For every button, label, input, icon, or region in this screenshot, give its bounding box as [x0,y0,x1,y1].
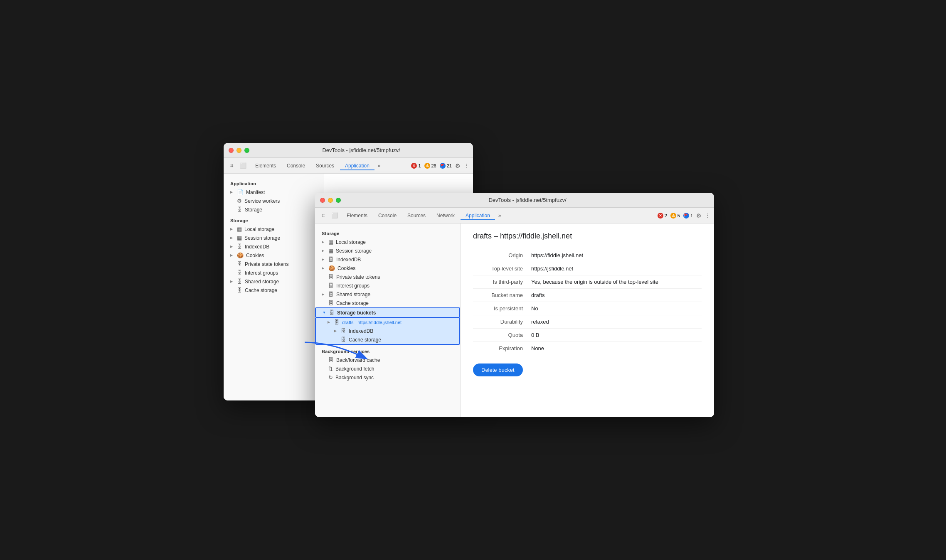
sidebar-cookies-front[interactable]: ▶ 🍪 Cookies [315,264,460,273]
tab-right-back: ✕ 1 ⚠ 26 🚩 21 ⚙ ⋮ [411,162,470,169]
close-button-front[interactable] [320,198,325,203]
chevron-cookies-front: ▶ [322,266,326,270]
section-header-bg-services: Background services [315,345,460,356]
bgf-label: Background fetch [335,366,374,372]
settings-icon-front[interactable]: ⚙ [696,212,702,219]
tab-bar-front: ⌗ ⬜ Elements Console Sources Network App… [315,208,714,224]
detail-row-bucket: Bucket name drafts [473,289,702,302]
sidebar-private-state-front[interactable]: ▶ 🗄 Private state tokens [315,273,460,281]
sidebar-service-workers-back[interactable]: ▶ ⚙ Service workers [224,196,323,205]
sidebar-session-storage-back[interactable]: ▶ ▦ Session storage [224,233,323,242]
sidebar-indexeddb-back[interactable]: ▶ 🗄 IndexedDB [224,242,323,251]
tab-application-front[interactable]: Application [461,211,495,220]
ig-label-front: Interest groups [336,283,370,289]
cache-label-back: Cache storage [245,287,277,293]
minimize-button-back[interactable] [236,148,241,153]
detail-row-persistent: Is persistent No [473,302,702,315]
storage-label-back: Storage [245,207,262,213]
devtools-body-front: Storage ▶ ▦ Local storage ▶ ▦ Session st… [315,224,714,417]
chevron-idb-front: ▶ [322,258,326,261]
value-tls: https://jsfiddle.net [531,265,573,272]
shared-label-back: Shared storage [245,279,279,285]
sidebar-storage-buckets[interactable]: ▼ 🗄 Storage buckets [315,307,460,318]
label-third-party: Is third-party [473,279,531,285]
sidebar-shared-storage-front[interactable]: ▶ 🗄 Shared storage [315,290,460,299]
chevron-manifest-back: ▶ [230,190,234,194]
ss-icon-back: ▦ [237,235,242,241]
value-origin: https://fiddle.jshell.net [531,252,583,258]
traffic-lights-front [320,198,341,203]
error-icon-back: ✕ [411,163,417,169]
section-header-storage-back: Storage [224,214,323,225]
more-icon-back[interactable]: ⋮ [464,162,470,169]
device-icon-front[interactable]: ⬜ [330,211,339,220]
tab-more-back[interactable]: » [375,162,383,169]
sidebar-private-state-back[interactable]: ▶ 🗄 Private state tokens [224,260,323,268]
sidebar-session-storage-front[interactable]: ▶ ▦ Session storage [315,246,460,255]
tab-console-front[interactable]: Console [373,211,402,220]
sb-icon-front: 🗄 [329,309,335,316]
tab-more-front[interactable]: » [496,212,504,219]
tab-application-back[interactable]: Application [340,161,374,170]
sidebar-local-storage-back[interactable]: ▶ ▦ Local storage [224,225,323,233]
sidebar-drafts[interactable]: ▶ 🗄 drafts - https://fiddle.jshell.net [315,318,460,327]
sidebar-interest-front[interactable]: ▶ 🗄 Interest groups [315,281,460,290]
sidebar-idb-sub[interactable]: ▶ 🗄 IndexedDB [315,327,460,335]
error-badge-front: ✕ 2 [658,213,667,219]
sidebar-local-storage-front[interactable]: ▶ ▦ Local storage [315,238,460,246]
ls-icon-back: ▦ [237,226,242,232]
sidebar-cookies-back[interactable]: ▶ 🍪 Cookies [224,251,323,260]
bgs-label: Background sync [335,375,374,381]
sw-icon-back: ⚙ [237,198,242,204]
chevron-ls-front: ▶ [322,240,326,244]
warning-icon-front: ⚠ [670,213,676,219]
tab-elements-back[interactable]: Elements [250,161,281,170]
detail-row-origin: Origin https://fiddle.jshell.net [473,249,702,262]
section-header-application-back: Application [224,177,323,188]
warning-badge-back: ⚠ 26 [424,163,436,169]
storage-icon-back: 🗄 [237,206,242,213]
maximize-button-back[interactable] [244,148,249,153]
sidebar-manifest-back[interactable]: ▶ 📄 Manifest [224,188,323,196]
delete-bucket-button[interactable]: Delete bucket [473,364,523,376]
tab-sources-front[interactable]: Sources [402,211,431,220]
sidebar-interest-back[interactable]: ▶ 🗄 Interest groups [224,268,323,277]
window-title-front: DevTools - jsfiddle.net/5tmpfuzv/ [346,197,709,203]
sidebar-indexeddb-front[interactable]: ▶ 🗄 IndexedDB [315,255,460,264]
label-persistent: Is persistent [473,305,531,312]
cache-sub-label: Cache storage [349,337,381,343]
tab-network-front[interactable]: Network [431,211,460,220]
tab-sources-back[interactable]: Sources [311,161,339,170]
tab-elements-front[interactable]: Elements [342,211,372,220]
sidebar-storage-back[interactable]: ▶ 🗄 Storage [224,205,323,214]
sidebar-shared-storage-back[interactable]: ▶ 🗄 Shared storage [224,277,323,286]
detail-title: drafts – https://fiddle.jshell.net [473,232,702,241]
drafts-icon: 🗄 [334,319,340,325]
inspect-icon-front[interactable]: ⌗ [318,211,328,220]
sidebar-cache-sub[interactable]: ▶ 🗄 Cache storage [315,335,460,345]
sidebar-bg-fetch[interactable]: ▶ ⇅ Background fetch [315,364,460,373]
ig-icon-back: 🗄 [237,270,242,276]
sidebar-bf-cache[interactable]: ▶ 🗄 Back/forward cache [315,356,460,364]
sidebar-cache-storage-back[interactable]: ▶ 🗄 Cache storage [224,286,323,295]
settings-icon-back[interactable]: ⚙ [455,162,461,169]
ps-icon-back: 🗄 [237,261,242,267]
tab-bar-back: ⌗ ⬜ Elements Console Sources Application… [224,158,473,174]
device-icon[interactable]: ⬜ [239,161,248,170]
tab-console-back[interactable]: Console [282,161,310,170]
sidebar-back: Application ▶ 📄 Manifest ▶ ⚙ Service wor… [224,174,323,400]
sidebar-bg-sync[interactable]: ▶ ↻ Background sync [315,373,460,382]
maximize-button-front[interactable] [336,198,341,203]
ig-label-back: Interest groups [245,270,278,276]
more-icon-front[interactable]: ⋮ [705,212,711,219]
sw-label-back: Service workers [244,198,280,204]
value-expiration: None [531,345,544,351]
idb-icon-back: 🗄 [237,243,242,250]
info-icon-back: 🚩 [440,163,446,169]
info-icon-front: 🚩 [683,213,689,219]
chevron-shared-front: ▶ [322,292,326,296]
close-button-back[interactable] [229,148,234,153]
inspect-icon[interactable]: ⌗ [227,161,236,170]
minimize-button-front[interactable] [328,198,333,203]
sidebar-cache-storage-front[interactable]: ▶ 🗄 Cache storage [315,299,460,307]
